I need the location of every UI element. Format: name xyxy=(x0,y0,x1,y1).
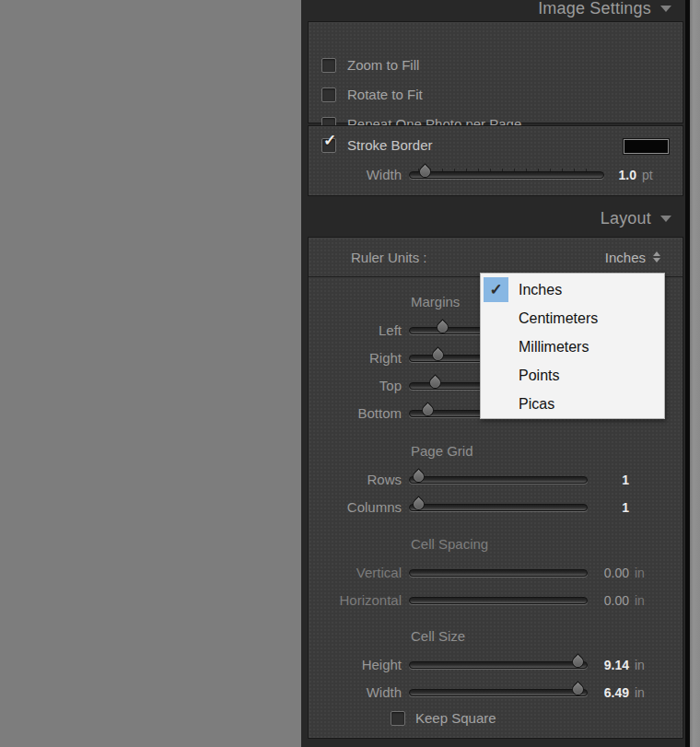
margins-heading: Margins xyxy=(411,292,460,312)
rotate-to-fit-label: Rotate to Fit xyxy=(347,85,423,105)
slider-track[interactable] xyxy=(409,689,588,696)
stroke-width-row: Width 1.0 pt xyxy=(309,164,684,186)
columns-value: 1 xyxy=(574,496,629,519)
slider-track[interactable] xyxy=(409,504,588,511)
columns-label: Columns xyxy=(309,496,402,519)
popup-arrows-icon xyxy=(653,251,660,263)
rows-slider[interactable] xyxy=(409,476,588,484)
vertical-spacing-unit: in xyxy=(635,562,645,584)
menu-item-inches[interactable]: ✓ Inches xyxy=(481,275,664,304)
horizontal-spacing-unit: in xyxy=(635,589,645,612)
slider-track xyxy=(409,597,588,604)
keep-square-label: Keep Square xyxy=(415,708,496,729)
page-grid-heading: Page Grid xyxy=(411,441,473,461)
ruler-units-row: Ruler Units : Inches xyxy=(309,238,682,277)
stroke-border-label: Stroke Border xyxy=(347,135,433,156)
check-icon: ✓ xyxy=(323,133,336,148)
rotate-to-fit-checkbox[interactable] xyxy=(321,88,336,102)
menu-item-centimeters[interactable]: Centimeters xyxy=(481,304,664,333)
cell-height-slider[interactable] xyxy=(409,661,588,669)
stroke-border-box: ✓ Stroke Border Width 1.0 pt xyxy=(308,125,683,196)
stroke-color-swatch[interactable] xyxy=(624,139,669,154)
menu-item-label: Points xyxy=(519,368,559,384)
cell-width-row: Width 6.49 in xyxy=(309,682,684,704)
horizontal-spacing-slider xyxy=(409,597,588,604)
horizontal-spacing-label: Horizontal xyxy=(309,589,402,612)
slider-track[interactable] xyxy=(409,476,588,484)
keep-square-checkbox[interactable] xyxy=(391,711,405,726)
image-settings-title: Image Settings xyxy=(538,0,651,18)
cell-width-unit: in xyxy=(635,682,645,704)
menu-item-label: Millimeters xyxy=(519,339,589,356)
slider-track[interactable] xyxy=(409,171,604,179)
cell-width-slider[interactable] xyxy=(409,689,588,696)
menu-item-picas[interactable]: Picas xyxy=(481,390,664,418)
ruler-units-value: Inches xyxy=(605,250,646,265)
menu-item-label: Centimeters xyxy=(519,310,598,327)
cell-spacing-heading: Cell Spacing xyxy=(411,534,488,554)
rows-value: 1 xyxy=(574,469,629,491)
stroke-width-unit: pt xyxy=(642,164,653,186)
ruler-units-dropdown[interactable]: Inches xyxy=(605,250,660,265)
vertical-spacing-row: Vertical 0.00 in xyxy=(309,562,684,584)
rows-label: Rows xyxy=(309,469,402,491)
margin-bottom-label: Bottom xyxy=(309,403,402,425)
slider-track[interactable] xyxy=(409,661,588,669)
menu-item-label: Picas xyxy=(519,396,554,413)
zoom-to-fill-checkbox[interactable] xyxy=(321,58,336,73)
menu-item-points[interactable]: Points xyxy=(481,361,664,390)
cell-size-heading: Cell Size xyxy=(411,626,465,647)
cell-height-value: 9.14 xyxy=(574,654,629,676)
cell-width-value: 6.49 xyxy=(574,682,629,704)
vertical-spacing-value: 0.00 xyxy=(574,562,629,584)
panel-scrollbar[interactable] xyxy=(690,0,700,747)
zoom-to-fill-label: Zoom to Fill xyxy=(347,55,419,76)
menu-item-label: Inches xyxy=(519,282,562,298)
image-settings-options-box: Zoom to Fill Rotate to Fit Repeat One Ph… xyxy=(308,21,683,123)
stroke-width-label: Width xyxy=(309,164,402,186)
layout-title: Layout xyxy=(601,209,651,228)
layout-header[interactable]: Layout xyxy=(301,206,690,230)
horizontal-spacing-row: Horizontal 0.00 in xyxy=(309,589,684,612)
margin-left-label: Left xyxy=(309,320,402,342)
columns-slider[interactable] xyxy=(409,504,588,511)
vertical-spacing-slider xyxy=(409,569,588,577)
menu-item-millimeters[interactable]: Millimeters xyxy=(481,333,664,361)
rows-row: Rows 1 xyxy=(309,469,684,491)
image-settings-header[interactable]: Image Settings xyxy=(301,0,690,20)
ruler-units-label: Ruler Units : xyxy=(351,250,427,265)
cell-height-label: Height xyxy=(309,654,402,676)
stroke-width-slider[interactable] xyxy=(409,171,604,179)
collapse-triangle-icon[interactable] xyxy=(660,216,671,222)
check-icon: ✓ xyxy=(484,277,508,302)
collapse-triangle-icon[interactable] xyxy=(660,6,671,12)
horizontal-spacing-value: 0.00 xyxy=(574,589,629,612)
stroke-width-value: 1.0 xyxy=(583,164,636,186)
cell-height-unit: in xyxy=(635,654,645,676)
lightroom-print-panel: Image Settings Zoom to Fill Rotate to Fi… xyxy=(0,0,700,747)
margin-right-label: Right xyxy=(309,347,402,369)
margin-top-label: Top xyxy=(309,375,402,397)
cell-width-label: Width xyxy=(309,682,402,704)
columns-row: Columns 1 xyxy=(309,496,684,519)
stroke-border-checkbox[interactable]: ✓ xyxy=(321,138,336,153)
ruler-units-menu: ✓ Inches Centimeters Millimeters Points … xyxy=(480,273,665,419)
slider-track xyxy=(409,569,588,577)
cell-height-row: Height 9.14 in xyxy=(309,654,684,676)
vertical-spacing-label: Vertical xyxy=(309,562,402,584)
